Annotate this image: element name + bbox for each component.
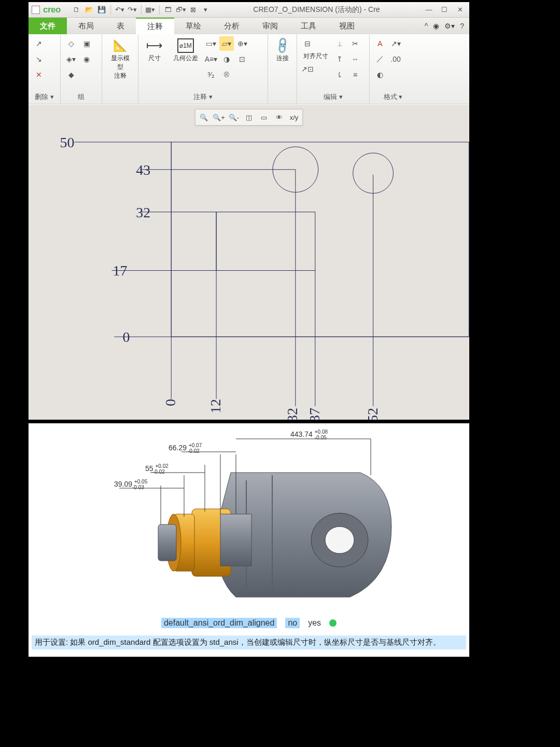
svg-rect-10: [171, 142, 469, 337]
show-model-annotations-icon: 📐: [112, 38, 129, 53]
connect-icon: 🔗: [271, 35, 293, 57]
ribbon-group-annotate: ⟼ 尺寸 ⌀1M 几何公差 ▭▾ A≡▾ ³⁄₂ ▱▾ ◑ ®: [138, 34, 268, 104]
dim-x-52: 52: [365, 408, 381, 420]
drawing-svg: 50 43 32 17 0 0 12 32 37 52: [29, 105, 469, 420]
collapse-ribbon-icon[interactable]: ^: [425, 22, 428, 30]
undo-icon[interactable]: ↶▾: [114, 4, 125, 16]
tab-view[interactable]: 视图: [328, 18, 366, 34]
convert-draft-icon[interactable]: ◆: [64, 67, 78, 82]
minimize-icon[interactable]: —: [422, 4, 436, 16]
tab-review[interactable]: 审阅: [251, 18, 289, 34]
redo-icon[interactable]: ↷▾: [127, 4, 138, 16]
align-dimension-button[interactable]: 对齐尺寸: [300, 52, 331, 61]
ribbon-tabs: 文件 布局 表 注释 草绘 分析 审阅 工具 视图 ^ ◉ ⚙▾ ?: [29, 18, 469, 34]
tab-tools[interactable]: 工具: [289, 18, 328, 34]
ribbon-right-controls: ^ ◉ ⚙▾ ?: [425, 18, 469, 34]
appearance-icon[interactable]: ◉: [433, 22, 439, 30]
symbol-icon[interactable]: ®: [219, 67, 234, 82]
tab-analysis[interactable]: 分析: [213, 18, 251, 34]
dim-y-17: 17: [113, 262, 127, 279]
maximize-icon[interactable]: ☐: [437, 4, 452, 16]
balloon-icon[interactable]: ⊕▾: [235, 36, 249, 51]
decimal-icon[interactable]: .00: [388, 52, 403, 66]
geom-tolerance-button[interactable]: ⌀1M 几何公差: [169, 36, 203, 65]
geom-tolerance-label: 几何公差: [173, 54, 198, 63]
delete-attach-icon[interactable]: ↘: [32, 52, 46, 66]
edit-arrow2-icon[interactable]: ⤒: [332, 52, 347, 66]
hatch-icon[interactable]: ◐: [373, 67, 387, 82]
app-window: creo 🗋 📂 💾 ↶▾ ↷▾ ▦▾ 🗔 🗗▾ ⊠ ▾ CREO7_O_DIM…: [29, 2, 469, 420]
line-style-icon[interactable]: ／: [373, 52, 387, 66]
tab-file[interactable]: 文件: [29, 18, 67, 34]
svg-point-15: [325, 527, 354, 554]
break-icon[interactable]: ⊟: [300, 36, 315, 51]
config-description: 用于设置: 如果 ord_dim_standard 配置选项设置为 std_an…: [32, 635, 466, 649]
help-icon[interactable]: ?: [460, 22, 464, 30]
dim-y-32: 32: [136, 204, 150, 220]
window-list-icon[interactable]: 🗔: [163, 4, 174, 16]
edit-jog-icon[interactable]: ⤹: [332, 67, 347, 82]
svg-rect-21: [220, 514, 251, 566]
config-value-no[interactable]: no: [285, 618, 300, 628]
regenerate-icon[interactable]: ▦▾: [145, 4, 156, 16]
ribbon-group-connect: 🔗 连接: [268, 34, 297, 104]
tab-layout[interactable]: 布局: [67, 18, 105, 34]
config-value-yes[interactable]: yes: [308, 618, 321, 628]
arrow-style-icon[interactable]: ↗▾: [388, 36, 403, 51]
edit-arrow1-icon[interactable]: ⟂: [332, 36, 347, 51]
connect-button[interactable]: 🔗 连接: [271, 36, 294, 65]
tab-annotate[interactable]: 注释: [136, 18, 174, 34]
dim-y-0: 0: [122, 329, 130, 345]
show-model-annotations-label: 显示模型 注释: [108, 54, 132, 80]
draft-group-icon[interactable]: ◇: [64, 36, 78, 51]
ungroup-icon[interactable]: ◉: [79, 52, 94, 66]
datum-target-icon[interactable]: ◑: [219, 52, 234, 66]
ribbon-group-annotate-label: 注释: [193, 93, 207, 101]
surface-finish-icon[interactable]: ³⁄₂: [204, 67, 218, 82]
dimension-button[interactable]: ⟼ 尺寸: [142, 36, 167, 65]
title-bar: creo 🗋 📂 💾 ↶▾ ↷▾ ▦▾ 🗔 🗗▾ ⊠ ▾ CREO7_O_DIM…: [29, 2, 469, 18]
app-logo-text: creo: [43, 5, 61, 15]
note-icon[interactable]: ▭▾: [204, 36, 218, 51]
gap-icon[interactable]: ≡: [348, 67, 362, 82]
new-file-icon[interactable]: 🗋: [71, 4, 82, 16]
settings-icon[interactable]: ⚙▾: [444, 22, 455, 30]
tab-sketch[interactable]: 草绘: [174, 18, 213, 34]
datum-feature-icon[interactable]: ▱▾: [219, 36, 234, 51]
text-format-icon[interactable]: A: [373, 36, 387, 51]
window-title: CREO7_O_DIMENSION (活动的) - Cre: [212, 5, 422, 15]
qat-dropdown-icon[interactable]: ▾: [200, 4, 212, 16]
dim-x-37: 37: [306, 408, 323, 420]
dim-x-0: 0: [162, 399, 178, 406]
app-logo: creo: [29, 5, 64, 15]
ribbon-content: ↗ ↘ 删除 ▾ ◇ ◈▾ ◆ ▣ ◉ 组: [29, 34, 469, 104]
dim-x-12: 12: [207, 399, 223, 413]
close-icon[interactable]: ✕: [453, 4, 467, 16]
dimension-icon: ⟼: [146, 38, 163, 53]
move-special-icon[interactable]: ↗⊡: [300, 62, 315, 76]
model-svg: 443.74 +0.08 -0.05 66.29 +0.07 -0.02 55 …: [29, 423, 469, 613]
ribbon-group-group-label: 组: [64, 91, 99, 103]
delete-related-icon[interactable]: ↗: [32, 36, 46, 51]
show-model-annotations-button[interactable]: 📐 显示模型 注释: [105, 36, 135, 82]
group-create-icon[interactable]: ▣: [79, 36, 94, 51]
window-switch-icon[interactable]: 🗗▾: [175, 4, 187, 16]
ribbon-group-format-label: 格式: [384, 93, 397, 101]
close-window-icon[interactable]: ⊠: [188, 4, 199, 16]
quick-access-toolbar: 🗋 📂 💾 ↶▾ ↷▾ ▦▾ 🗔 🗗▾ ⊠ ▾: [71, 4, 212, 16]
attach-note-icon[interactable]: ⊡: [235, 52, 249, 66]
save-icon[interactable]: 💾: [96, 4, 107, 16]
open-file-icon[interactable]: 📂: [83, 4, 95, 16]
text-style-icon[interactable]: A≡▾: [204, 52, 218, 66]
related-view-icon[interactable]: ◈▾: [64, 52, 78, 66]
ribbon-group-edit: ⊟ 对齐尺寸 ↗⊡ ⟂ ⤒ ⤹ ✂ ↔ ≡ 编辑 ▾: [297, 34, 370, 104]
dim-y-43: 43: [136, 162, 150, 178]
flip-arrow-icon[interactable]: ↔: [348, 52, 362, 66]
drawing-canvas[interactable]: 🔍 🔍+ 🔍- ◫ ▭ 👁 x/y: [29, 104, 469, 420]
dim-x-32: 32: [284, 408, 300, 420]
config-name[interactable]: default_ansi_ord_dim_aligned: [161, 618, 277, 628]
clip-icon[interactable]: ✂: [348, 36, 362, 51]
delete-icon[interactable]: [32, 67, 46, 82]
tab-table[interactable]: 表: [105, 18, 136, 34]
align-dimension-label: 对齐尺寸: [303, 52, 328, 61]
